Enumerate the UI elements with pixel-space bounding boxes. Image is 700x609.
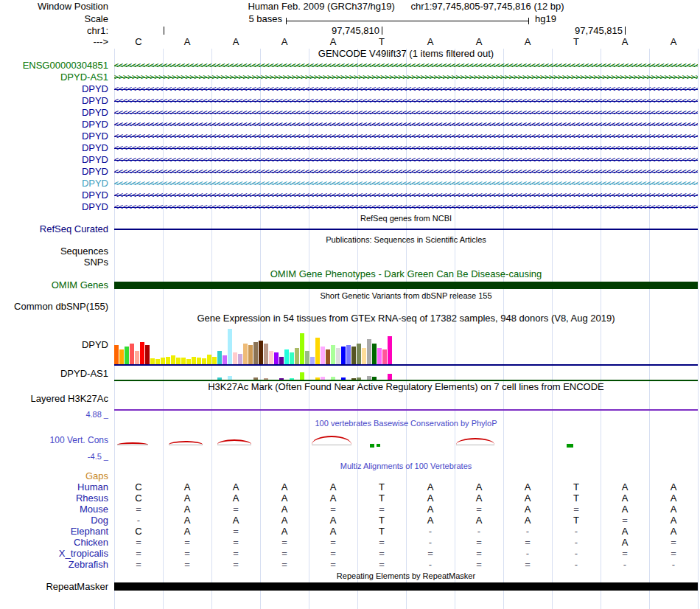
multiz-species-row: RhesusCAAAATAAATAA: [0, 493, 700, 504]
scale-genome: hg19: [535, 13, 556, 25]
species-label-zebrafish[interactable]: Zebrafish: [0, 559, 114, 570]
track-label-dpyd-as1[interactable]: DPYD-AS1: [0, 72, 114, 83]
gtex-dpyd-as1-bar-chart[interactable]: [114, 366, 698, 381]
phylop-zero-line: [117, 445, 148, 445]
gene-transcript[interactable]: <<<<<<<<<<<<<<<<<<<<<<<<<<<<<<<<<<<<<<<<…: [114, 166, 698, 178]
track-label-dpyd[interactable]: DPYD: [0, 130, 114, 142]
track-label-refseq-curated[interactable]: RefSeq Curated: [0, 223, 114, 234]
alignment-cell: =: [114, 537, 163, 548]
ruler-label: 97,745,810: [114, 25, 379, 36]
scale-track: 5 bases hg19: [114, 13, 698, 25]
gene-row: DPYD-AS1>>>>>>>>>>>>>>>>>>>>>>>>>>>>>>>>…: [0, 72, 700, 83]
species-label-dog[interactable]: Dog: [0, 515, 114, 526]
phylop-positive-peak: [456, 438, 494, 445]
phylop-track-title: 100 vertebrates Basewise Conservation by…: [114, 419, 698, 428]
phylop-wiggle-track[interactable]: [114, 428, 698, 452]
alignment-row: CAAAATAAATAA: [114, 493, 698, 504]
gene-transcript[interactable]: <<<<<<<<<<<<<<<<<<<<<<<<<<<<<<<<<<<<<<<<…: [114, 154, 698, 166]
gene-transcript[interactable]: <<<<<<<<<<<<<<<<<<<<<<<<<<<<<<<<<<<<<<<<…: [114, 178, 698, 189]
alignment-cell: =: [211, 548, 260, 559]
alignment-cell: =: [357, 559, 406, 570]
gtex-tissue-bar: [315, 377, 320, 380]
phylop-min-value: -4.5 _: [0, 452, 114, 461]
species-label-rhesus[interactable]: Rhesus: [0, 493, 114, 504]
gene-transcript[interactable]: <<<<<<<<<<<<<<<<<<<<<<<<<<<<<<<<<<<<<<<<…: [114, 83, 698, 95]
gene-transcript[interactable]: <<<<<<<<<<<<<<<<<<<<<<<<<<<<<<<<<<<<<<<<…: [114, 119, 698, 130]
gencode-track-title: GENCODE V49lift37 (1 items filtered out): [114, 48, 698, 60]
track-label-gaps[interactable]: Gaps: [0, 471, 114, 481]
alignment-cell: A: [601, 481, 649, 493]
gene-row: DPYD<<<<<<<<<<<<<<<<<<<<<<<<<<<<<<<<<<<<…: [0, 178, 700, 189]
track-label-dpyd[interactable]: DPYD: [0, 83, 114, 95]
gene-transcript[interactable]: <<<<<<<<<<<<<<<<<<<<<<<<<<<<<<<<<<<<<<<<…: [114, 201, 698, 213]
strand-arrows: <<<<<<<<<<<<<<<<<<<<<<<<<<<<<<<<<<<<<<<<…: [114, 83, 698, 95]
gene-transcript[interactable]: <<<<<<<<<<<<<<<<<<<<<<<<<<<<<<<<<<<<<<<<…: [114, 60, 698, 72]
alignment-cell: A: [163, 526, 211, 537]
repeatmasker-track[interactable]: [114, 582, 698, 592]
gene-transcript[interactable]: <<<<<<<<<<<<<<<<<<<<<<<<<<<<<<<<<<<<<<<<…: [114, 107, 698, 119]
track-label-omim-genes[interactable]: OMIM Genes: [0, 280, 114, 290]
gene-transcript[interactable]: <<<<<<<<<<<<<<<<<<<<<<<<<<<<<<<<<<<<<<<<…: [114, 130, 698, 142]
species-label-elephant[interactable]: Elephant: [0, 526, 114, 537]
gtex-tissue-bar: [228, 329, 232, 364]
alignment-cell: =: [114, 504, 163, 515]
gtex-tissue-bar: [295, 348, 299, 364]
alignment-cell: -: [552, 537, 601, 548]
alignment-cell: C: [114, 526, 163, 537]
gtex-tissue-bar: [372, 344, 377, 364]
base-letters: CAAAATAAATAA: [114, 36, 698, 48]
species-label-mouse[interactable]: Mouse: [0, 504, 114, 515]
gtex-tissue-bar: [140, 342, 144, 364]
gtex-tissue-bar: [341, 377, 346, 380]
track-label-dpyd[interactable]: DPYD: [0, 95, 114, 107]
track-label-ensg00000304851[interactable]: ENSG00000304851: [0, 60, 114, 72]
alignment-cell: A: [601, 493, 649, 504]
chrom-label: chr1:: [0, 25, 114, 36]
sequences-track: [114, 246, 698, 257]
track-label-dpyd[interactable]: DPYD: [0, 154, 114, 166]
track-label-repeatmasker[interactable]: RepeatMasker: [0, 582, 114, 592]
track-label-dpyd[interactable]: DPYD: [0, 201, 114, 213]
alignment-cell: A: [260, 515, 309, 526]
track-label-dpyd[interactable]: DPYD: [0, 189, 114, 201]
alignment-row: -AAAATAAAT=A: [114, 515, 698, 526]
alignment-cell: T: [357, 481, 406, 493]
gene-transcript[interactable]: >>>>>>>>>>>>>>>>>>>>>>>>>>>>>>>>>>>>>>>>…: [114, 72, 698, 83]
track-label-100-vert-cons[interactable]: 100 Vert. Cons: [0, 428, 114, 452]
refseq-curated-track[interactable]: [114, 223, 698, 234]
track-label-dpyd[interactable]: DPYD: [0, 107, 114, 119]
species-label-chicken[interactable]: Chicken: [0, 537, 114, 548]
track-label-layered-h3k27ac[interactable]: Layered H3K27Ac: [0, 393, 114, 411]
multiz-species-row: Mouse=A=A==A=A=AA: [0, 504, 700, 515]
base-letter: A: [260, 36, 309, 48]
track-label-sequences[interactable]: Sequences: [0, 246, 114, 257]
h3k27ac-track[interactable]: [114, 393, 698, 411]
species-label-x_tropicalis[interactable]: X_tropicalis: [0, 548, 114, 559]
alignment-cell: A: [211, 481, 260, 493]
alignment-cell: A: [503, 481, 552, 493]
strand-arrows: <<<<<<<<<<<<<<<<<<<<<<<<<<<<<<<<<<<<<<<<…: [114, 189, 698, 201]
alignment-cell: A: [649, 526, 698, 537]
gene-transcript[interactable]: <<<<<<<<<<<<<<<<<<<<<<<<<<<<<<<<<<<<<<<<…: [114, 142, 698, 154]
ucsc-genome-browser[interactable]: Window Position Human Feb. 2009 (GRCh37/…: [0, 0, 700, 609]
alignment-cell: A: [455, 493, 503, 504]
track-label-dpyd[interactable]: DPYD: [0, 142, 114, 154]
gtex-dpyd-bar-chart[interactable]: [114, 324, 698, 366]
track-label-gtex-dpyd-as1[interactable]: DPYD-AS1: [0, 366, 114, 381]
gene-transcript[interactable]: <<<<<<<<<<<<<<<<<<<<<<<<<<<<<<<<<<<<<<<<…: [114, 189, 698, 201]
ruler-tick: [382, 27, 382, 35]
track-label-dpyd[interactable]: DPYD: [0, 178, 114, 189]
track-label-dpyd[interactable]: DPYD: [0, 119, 114, 130]
species-label-human[interactable]: Human: [0, 481, 114, 493]
track-label-snps[interactable]: SNPs: [0, 257, 114, 268]
alignment-cell: -: [503, 548, 552, 559]
alignment-cell: T: [357, 515, 406, 526]
gene-transcript[interactable]: <<<<<<<<<<<<<<<<<<<<<<<<<<<<<<<<<<<<<<<<…: [114, 95, 698, 107]
gtex-tissue-bar: [290, 352, 294, 364]
gtex-tissue-bar: [197, 358, 201, 364]
track-label-common-dbsnp[interactable]: Common dbSNP(155): [0, 301, 114, 312]
track-label-gtex-dpyd[interactable]: DPYD: [0, 324, 114, 366]
track-label-dpyd[interactable]: DPYD: [0, 166, 114, 178]
omim-genes-track[interactable]: [114, 280, 698, 290]
strand-arrows: <<<<<<<<<<<<<<<<<<<<<<<<<<<<<<<<<<<<<<<<…: [114, 95, 698, 107]
